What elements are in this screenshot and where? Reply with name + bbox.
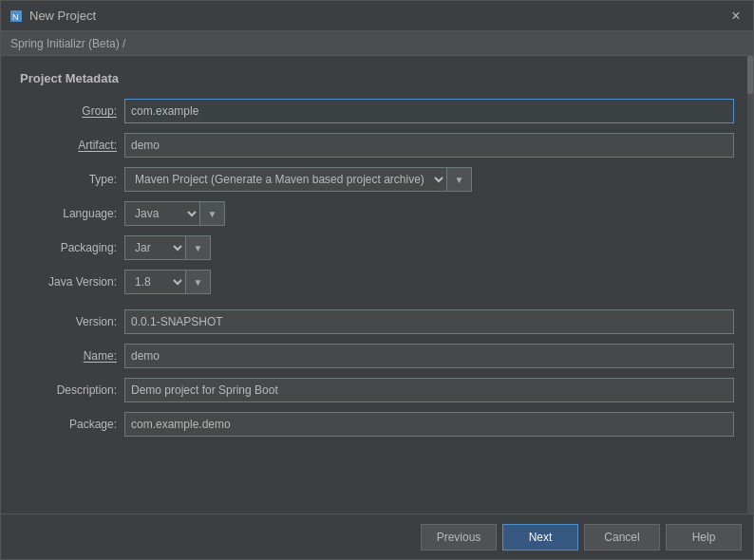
section-title: Project Metadata <box>20 71 734 85</box>
close-button[interactable]: × <box>726 7 745 26</box>
title-bar: N New Project × <box>1 1 753 31</box>
name-label: Name: <box>20 349 124 363</box>
type-dropdown-arrow[interactable]: ▼ <box>447 167 472 192</box>
packaging-select[interactable]: Jar <box>124 235 186 260</box>
java-version-select[interactable]: 1.8 <box>124 270 186 294</box>
form-content: Project Metadata Group: Artifact: Type: … <box>1 56 753 513</box>
java-version-select-wrapper: 1.8 ▼ <box>124 270 211 294</box>
language-dropdown-arrow[interactable]: ▼ <box>200 201 225 226</box>
java-version-label: Java Version: <box>20 275 124 289</box>
type-row: Type: Maven Project (Generate a Maven ba… <box>20 167 734 192</box>
breadcrumb-text: Spring Initializr (Beta) / <box>10 37 125 50</box>
group-input[interactable] <box>124 99 734 123</box>
language-select-wrapper: Java ▼ <box>124 201 225 226</box>
version-row: Version: <box>20 309 734 334</box>
packaging-select-wrapper: Jar ▼ <box>124 235 211 260</box>
packaging-label: Packaging: <box>20 241 124 254</box>
package-row: Package: <box>20 412 734 437</box>
package-label: Package: <box>20 418 124 431</box>
type-select[interactable]: Maven Project (Generate a Maven based pr… <box>124 167 447 192</box>
previous-button[interactable]: Previous <box>421 524 497 551</box>
name-row: Name: <box>20 344 734 368</box>
group-row: Group: <box>20 99 734 123</box>
description-row: Description: <box>20 378 734 402</box>
dialog-icon: N <box>9 9 24 24</box>
scrollbar-thumb[interactable] <box>747 56 753 94</box>
language-row: Language: Java ▼ <box>20 201 734 226</box>
help-button[interactable]: Help <box>666 524 742 551</box>
cancel-button[interactable]: Cancel <box>584 524 660 551</box>
version-label: Version: <box>20 315 124 328</box>
packaging-dropdown-arrow[interactable]: ▼ <box>186 235 211 260</box>
scrollbar[interactable] <box>747 56 753 513</box>
description-label: Description: <box>20 383 124 397</box>
artifact-input[interactable] <box>124 133 734 158</box>
java-version-row: Java Version: 1.8 ▼ <box>20 270 734 294</box>
next-button[interactable]: Next <box>502 524 578 551</box>
version-input[interactable] <box>124 309 734 334</box>
packaging-row: Packaging: Jar ▼ <box>20 235 734 260</box>
type-select-wrapper: Maven Project (Generate a Maven based pr… <box>124 167 472 192</box>
dialog-title: New Project <box>29 9 726 23</box>
name-input[interactable] <box>124 344 734 368</box>
package-input[interactable] <box>124 412 734 437</box>
breadcrumb-bar: Spring Initializr (Beta) / <box>1 31 753 56</box>
footer: Previous Next Cancel Help <box>1 513 753 559</box>
group-label: Group: <box>20 104 124 118</box>
language-label: Language: <box>20 207 124 220</box>
description-input[interactable] <box>124 378 734 402</box>
artifact-label: Artifact: <box>20 139 124 152</box>
language-select[interactable]: Java <box>124 201 200 226</box>
type-label: Type: <box>20 173 124 186</box>
artifact-row: Artifact: <box>20 133 734 158</box>
java-version-dropdown-arrow[interactable]: ▼ <box>186 270 211 294</box>
new-project-dialog: N New Project × Spring Initializr (Beta)… <box>0 0 754 560</box>
svg-text:N: N <box>12 12 19 22</box>
